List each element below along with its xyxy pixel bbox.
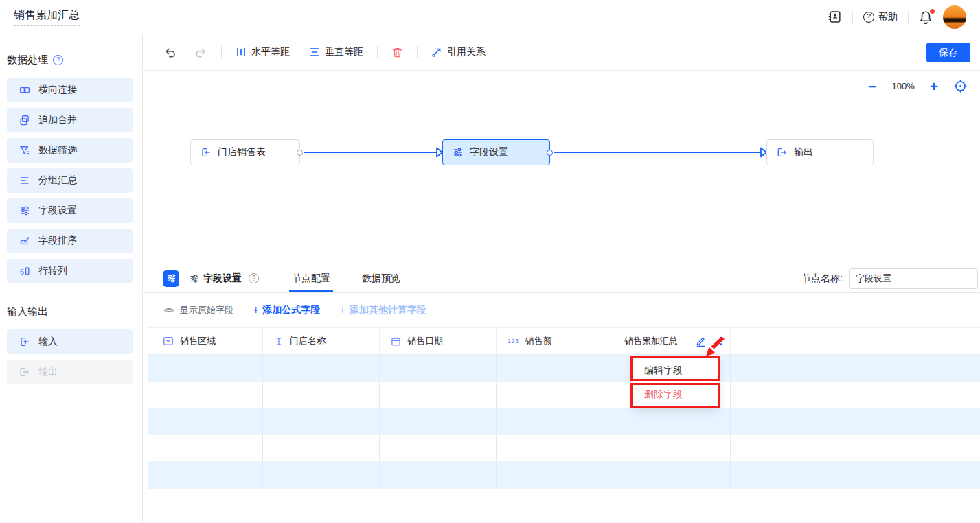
tab-data-preview[interactable]: 数据预览	[359, 264, 403, 292]
sidebar-item-input[interactable]: 输入	[7, 329, 133, 354]
page-title[interactable]: 销售累加汇总	[14, 8, 80, 26]
zoom-in-button[interactable]: +	[930, 79, 938, 93]
column-header-sales-running-total[interactable]: 销售累加汇总	[613, 328, 731, 354]
sidebar-item-label: 追加合并	[38, 114, 77, 126]
field-actions-row: 显示原始字段 + 添加公式字段 + 添加其他计算字段	[143, 293, 980, 327]
sidebar-item-horizontal-join[interactable]: 横向连接	[7, 78, 133, 102]
group-summary-icon	[19, 175, 30, 186]
node-output[interactable]: 输出	[766, 139, 874, 165]
locate-button[interactable]	[953, 79, 968, 93]
add-other-calc-field-label: 添加其他计算字段	[350, 304, 426, 316]
reference-relation-button[interactable]: 引用关系	[431, 46, 486, 58]
column-label: 销售日期	[407, 335, 443, 347]
undo-button[interactable]	[163, 47, 176, 58]
divider	[221, 46, 222, 58]
table-row	[148, 355, 980, 382]
column-header-filler	[731, 328, 980, 354]
svg-text:6: 6	[20, 268, 24, 276]
sidebar-item-label: 输出	[38, 366, 58, 378]
column-header-sales-region[interactable]: 销售区域	[148, 328, 263, 354]
column-header-sales-date[interactable]: 销售日期	[380, 328, 497, 354]
column-header-sales-amount[interactable]: 123 销售额	[497, 328, 613, 354]
sidebar-item-label: 字段设置	[38, 205, 77, 217]
undo-icon	[163, 47, 176, 58]
divider	[852, 12, 853, 23]
sidebar-item-field-settings[interactable]: 字段设置	[7, 198, 133, 223]
sidebar-item-data-filter[interactable]: 数据筛选	[7, 138, 133, 163]
sidebar-item-label: 行转列	[38, 265, 67, 277]
sidebar-section-processing: 数据处理 ?	[7, 54, 142, 67]
reference-relation-label: 引用关系	[447, 46, 486, 58]
node-input-table[interactable]: 门店销售表	[190, 139, 300, 165]
horizontal-spacing-button[interactable]: 水平等距	[236, 46, 290, 58]
zoom-controls: − 100% +	[868, 79, 968, 93]
divider	[908, 12, 909, 23]
field-settings-icon	[166, 273, 176, 283]
delete-node-button[interactable]	[391, 47, 403, 58]
main-area: 水平等距 垂直等距	[143, 34, 980, 523]
reference-relation-icon	[431, 47, 442, 58]
redo-button[interactable]	[194, 47, 207, 58]
row-to-column-icon: 6	[19, 266, 30, 277]
column-label: 销售额	[525, 335, 552, 347]
node-label: 字段设置	[470, 146, 508, 159]
plus-icon: +	[339, 304, 345, 316]
table-row	[148, 408, 980, 435]
notifications-button[interactable]	[919, 10, 933, 24]
panel-tabs: 节点配置 数据预览	[289, 264, 403, 292]
help-button[interactable]: ? 帮助	[863, 11, 898, 23]
help-label: 帮助	[878, 11, 898, 23]
select-field-icon	[163, 336, 174, 347]
sidebar-item-group-summary[interactable]: 分组汇总	[7, 168, 133, 193]
column-label: 门店名称	[290, 335, 326, 347]
question-icon[interactable]: ?	[249, 273, 259, 283]
top-bar: 销售累加汇总 ? 帮助	[0, 0, 980, 34]
input-icon	[201, 147, 212, 158]
node-config-panel-header: 字段设置 ? 节点配置 数据预览 节点名称:	[143, 264, 980, 293]
vertical-spacing-label: 垂直等距	[325, 46, 363, 58]
add-formula-field-button[interactable]: + 添加公式字段	[253, 304, 320, 316]
docs-icon[interactable]	[828, 10, 842, 24]
section-label: 数据处理	[7, 54, 48, 67]
menu-item-delete-field[interactable]: 删除字段	[633, 382, 718, 406]
column-actions	[695, 336, 727, 347]
save-button[interactable]: 保存	[926, 43, 970, 62]
field-settings-icon	[453, 147, 464, 158]
divider	[417, 46, 418, 58]
zoom-out-button[interactable]: −	[868, 79, 876, 93]
question-icon[interactable]: ?	[53, 55, 63, 65]
show-original-fields-button[interactable]: 显示原始字段	[163, 304, 233, 316]
horizontal-spacing-label: 水平等距	[251, 46, 290, 58]
canvas-toolbar: 水平等距 垂直等距	[143, 34, 980, 71]
vertical-spacing-button[interactable]: 垂直等距	[309, 46, 363, 58]
redo-icon	[194, 47, 207, 58]
help-icon: ?	[863, 12, 874, 23]
input-icon	[19, 336, 30, 347]
node-name-input[interactable]	[849, 268, 978, 289]
edit-field-icon[interactable]	[695, 336, 707, 347]
date-field-icon	[391, 336, 401, 347]
table-row	[148, 462, 980, 489]
node-field-settings[interactable]: 字段设置	[442, 139, 550, 165]
node-output-port[interactable]	[297, 150, 303, 156]
topbar-actions: ? 帮助	[828, 5, 966, 29]
crosshair-icon	[953, 79, 968, 93]
column-header-store-name[interactable]: 门店名称	[263, 328, 380, 354]
sidebar-item-row-to-column[interactable]: 6 行转列	[7, 259, 133, 283]
sidebar-item-label: 数据筛选	[38, 144, 77, 156]
table-row	[148, 435, 980, 462]
tab-node-config[interactable]: 节点配置	[289, 264, 333, 292]
zoom-level: 100%	[891, 81, 914, 91]
avatar[interactable]	[943, 5, 966, 29]
sidebar-item-append-merge[interactable]: 追加合并	[7, 108, 133, 132]
sidebar-item-label: 字段排序	[38, 235, 77, 247]
sidebar-item-field-sort[interactable]: 字段排序	[7, 229, 133, 253]
menu-item-edit-field[interactable]: 编辑字段	[633, 358, 718, 382]
node-output-port[interactable]	[547, 150, 553, 156]
column-label: 销售累加汇总	[624, 335, 678, 347]
flow-canvas[interactable]: − 100% +	[143, 71, 980, 264]
more-options-icon[interactable]	[716, 336, 727, 347]
table-row	[148, 382, 980, 408]
node-type-badge	[163, 270, 179, 287]
field-preview-table: 销售区域 门店名称 销售日期	[148, 327, 980, 489]
